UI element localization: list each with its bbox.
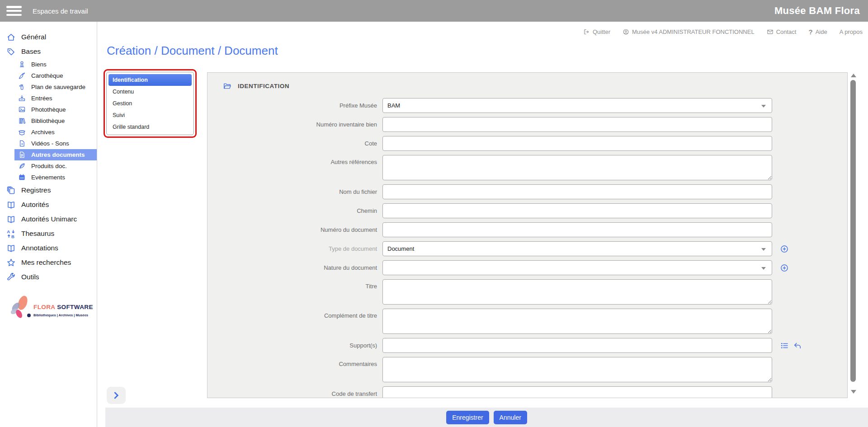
toolbar-item-quitter[interactable]: Quitter [583,28,610,35]
field-select-prefixe-musee[interactable]: BAM [382,98,772,113]
footer-bar: Enregistrer Annuler [105,408,868,427]
toolbar-item-label: Contact [776,28,797,35]
field-input-chemin[interactable] [382,203,772,218]
field-input-cote[interactable] [382,136,772,151]
field-input-numero-inventaire-bien[interactable] [382,117,772,132]
field-input-support-s[interactable] [382,338,772,353]
field-label-autres-references: Autres références [208,155,377,165]
field-row-complement-de-titre: Complément de titre [208,309,847,334]
topbar: Espaces de travail Musée BAM Flora [0,0,868,22]
scroll-down-icon[interactable] [851,390,856,394]
field-input-nom-du-fichier[interactable] [382,184,772,199]
toolbar-item-label: Musée v4 ADMINISTRATEUR FONCTIONNEL [632,28,755,35]
cancel-button[interactable]: Annuler [494,411,527,424]
workspace-label: Espaces de travail [33,7,88,15]
field-row-prefixe-musee: Préfixe MuséeBAM [208,98,847,113]
sidebar-item-entrees[interactable]: Entrées [0,93,97,104]
sidebar-item-label: Outils [21,273,39,281]
add-nature-du-document-button[interactable] [780,263,789,272]
image-icon [18,106,26,113]
field-label-commentaires: Commentaires [208,357,377,367]
sidebar-item-registres[interactable]: Registres [0,183,97,197]
sidebar-item-bibliotheque[interactable]: Bibliothèque [0,115,97,127]
sidebar-item-evenements[interactable]: Evènements [0,172,97,183]
sidebar-item-label: Autres documents [31,151,85,158]
sidebar-item-label: Thesaurus [21,230,54,238]
logo-brand: FLORA SOFTWARE [33,304,93,310]
field-label-type-de-document: Type de document [208,245,377,252]
svg-text:A: A [7,229,10,234]
sidebar-item-autorites[interactable]: Autorités [0,197,97,212]
file-play-icon [18,140,26,147]
sort-alpha-icon: AB [6,229,16,239]
sidebar-item-videos-sons[interactable]: Vidéos - Sons [0,138,97,149]
save-button[interactable]: Enregistrer [446,411,489,424]
sidebar-item-autres-documents[interactable]: Autres documents [14,149,97,160]
field-textarea-commentaires[interactable] [382,357,772,382]
copies-icon [6,186,16,195]
book-open-icon [6,244,16,253]
sidebar-item-archives[interactable]: Archives [0,127,97,138]
field-select-nature-du-document[interactable] [382,260,772,275]
sidebar-item-autorites-unimarc[interactable]: Autorités Unimarc [0,212,97,226]
sidebar-item-produits-doc[interactable]: Produits doc. [0,160,97,172]
sidebar-item-carotheque[interactable]: Carothèque [0,70,97,81]
scroll-up-icon[interactable] [851,74,856,77]
sidebar-item-label: Entrées [31,95,52,102]
sidebar-item-outils[interactable]: Outils [0,270,97,284]
field-input-code-de-transfert[interactable] [382,386,772,398]
sidebar-item-bases[interactable]: Bases [0,44,97,59]
sidebar-item-thesaurus[interactable]: ABThesaurus [0,226,97,241]
hamburger-menu-icon[interactable] [6,6,22,16]
sidebar-item-phototheque[interactable]: Photothèque [0,104,97,115]
field-row-commentaires: Commentaires [208,357,847,382]
logo-tagline: Bibliothèques | Archives | Musées [33,313,88,317]
add-type-de-document-button[interactable] [780,244,789,253]
sidebar-item-annotations[interactable]: Annotations [0,241,97,255]
sidebar-item-biens[interactable]: Biens [0,59,97,70]
box-open-icon [18,128,26,136]
sidebar-item-label: Autorités Unimarc [21,215,77,223]
scrollbar-thumb[interactable] [850,80,856,382]
field-row-numero-du-document: Numéro du document [208,222,847,237]
sidebar-item-general[interactable]: Général [0,30,97,44]
field-input-numero-du-document[interactable] [382,222,772,237]
toolbar-item-a-propos[interactable]: A propos [840,28,863,35]
svg-text:B: B [11,234,14,238]
app-title: Musée BAM Flora [774,5,860,17]
field-select-type-de-document[interactable]: Document [382,241,772,256]
form-fields: Préfixe MuséeBAMNuméro inventaire bienCo… [208,98,847,398]
books-icon [18,117,26,125]
field-textarea-titre[interactable] [382,279,772,305]
sidebar-nav: GénéralBasesBiensCarothèquePlan de sauve… [0,22,97,284]
star-icon [6,258,16,267]
sidebar-item-plan-de-sauvegarde[interactable]: Plan de sauvegarde [0,81,97,93]
undo-button[interactable] [793,341,802,350]
tab-contenu[interactable]: Contenu [108,86,192,98]
vertical-scrollbar[interactable] [850,72,857,398]
toolbar-item-label: A propos [840,28,863,35]
sidebar-item-label: Bases [21,47,41,56]
sidebar-item-label: Carothèque [31,72,63,79]
sidebar-item-label: Photothèque [31,106,66,113]
sidebar-item-mes-recherches[interactable]: Mes recherches [0,255,97,270]
field-row-code-de-transfert: Code de transfert [208,386,847,398]
tab-identification[interactable]: Identification [108,74,192,86]
field-textarea-autres-references[interactable] [382,155,772,180]
book-open-icon [6,200,16,210]
toolbar-item-contact[interactable]: Contact [767,28,797,35]
expand-panel-button[interactable] [107,387,126,404]
tab-suivi[interactable]: Suivi [108,109,192,121]
toolbar-item-aide[interactable]: ?Aide [808,28,827,36]
list-button[interactable] [780,341,789,350]
tab-grille-standard[interactable]: Grille standard [108,121,192,133]
sidebar-item-label: Général [21,33,46,41]
logo-bullet-icon [27,314,31,317]
field-label-complement-de-titre: Complément de titre [208,309,377,319]
exit-icon [583,28,590,35]
toolbar-item-musee-v4-administrateur-fonctionnel[interactable]: Musée v4 ADMINISTRATEUR FONCTIONNEL [623,28,755,35]
field-textarea-complement-de-titre[interactable] [382,309,772,334]
field-label-numero-du-document: Numéro du document [208,226,377,233]
book-open-icon [6,215,16,224]
tab-gestion[interactable]: Gestion [108,98,192,109]
